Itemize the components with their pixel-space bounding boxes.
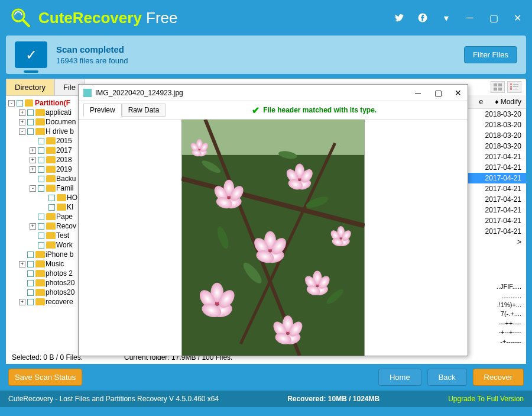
svg-rect-5 [494, 88, 497, 91]
preview-tab-preview[interactable]: Preview [83, 104, 122, 117]
app-logo-icon [9, 6, 33, 30]
preview-filename: IMG_20220420_124923.jpg [95, 89, 183, 97]
svg-rect-9 [510, 86, 512, 88]
twitter-icon[interactable] [393, 12, 405, 24]
titlebar: CuteRecovery Free ▾ ─ ▢ ✕ [0, 0, 532, 36]
monitor-check-icon: ✓ [15, 41, 47, 68]
col-modify[interactable]: ♦ Modify [495, 98, 521, 106]
maximize-icon[interactable]: ▢ [488, 12, 499, 24]
status-text: Scan completed 16943 files are found [56, 44, 128, 65]
scan-status-subtitle: 16943 files are found [56, 56, 128, 65]
back-button[interactable]: Back [427, 369, 467, 386]
grid-view-icon[interactable] [491, 81, 505, 93]
filter-files-button[interactable]: Filter Files [464, 46, 517, 63]
close-icon[interactable]: ✕ [511, 12, 523, 24]
svg-rect-3 [494, 83, 497, 86]
recover-button[interactable]: Recover [473, 369, 524, 386]
status-bar: ✓ Scan completed 16943 files are found F… [6, 36, 526, 74]
preview-minimize-icon[interactable]: ─ [413, 88, 423, 98]
svg-line-1 [23, 20, 29, 26]
facebook-icon[interactable] [417, 12, 429, 24]
preview-file-icon [83, 89, 92, 97]
svg-rect-7 [510, 83, 512, 85]
preview-status: ✔ File header matched with its type. [166, 105, 463, 116]
footer-version: CuteRecovery - Lost Files and Partitions… [8, 395, 219, 403]
svg-rect-6 [498, 88, 502, 91]
footer-recovered: Recovered: 10MB / 1024MB [287, 395, 379, 403]
save-scan-status-button[interactable]: Save Scan Status [8, 369, 82, 386]
minimize-icon[interactable]: ─ [464, 12, 476, 24]
view-toggles [491, 81, 521, 93]
svg-rect-4 [498, 83, 502, 86]
app-title: CuteRecovery Free [38, 9, 178, 27]
tab-directory[interactable]: Directory [6, 79, 54, 95]
svg-rect-10 [513, 86, 518, 87]
svg-rect-8 [513, 84, 518, 85]
checkmark-icon: ✔ [252, 105, 259, 116]
footer: CuteRecovery - Lost Files and Partitions… [0, 391, 532, 407]
scan-status-title: Scan completed [56, 44, 128, 54]
col-size[interactable]: e [479, 98, 484, 106]
preview-window: IMG_20220420_124923.jpg ─ ▢ ✕ Preview Ra… [78, 84, 468, 356]
svg-rect-11 [510, 88, 512, 90]
list-view-icon[interactable] [507, 81, 521, 93]
svg-rect-12 [513, 89, 518, 89]
upgrade-link[interactable]: Upgrade To Full Version [448, 395, 524, 403]
preview-titlebar[interactable]: IMG_20220420_124923.jpg ─ ▢ ✕ [79, 85, 468, 101]
home-button[interactable]: Home [378, 369, 421, 386]
title-controls: ▾ ─ ▢ ✕ [393, 12, 523, 24]
preview-tabs-row: Preview Raw Data ✔ File header matched w… [79, 101, 468, 120]
preview-image [79, 120, 468, 356]
preview-tab-rawdata[interactable]: Raw Data [122, 104, 166, 117]
preview-maximize-icon[interactable]: ▢ [433, 88, 443, 98]
bottom-buttons: Save Scan Status Home Back Recover [0, 364, 532, 391]
preview-close-icon[interactable]: ✕ [453, 88, 463, 98]
dropdown-icon[interactable]: ▾ [440, 12, 452, 24]
